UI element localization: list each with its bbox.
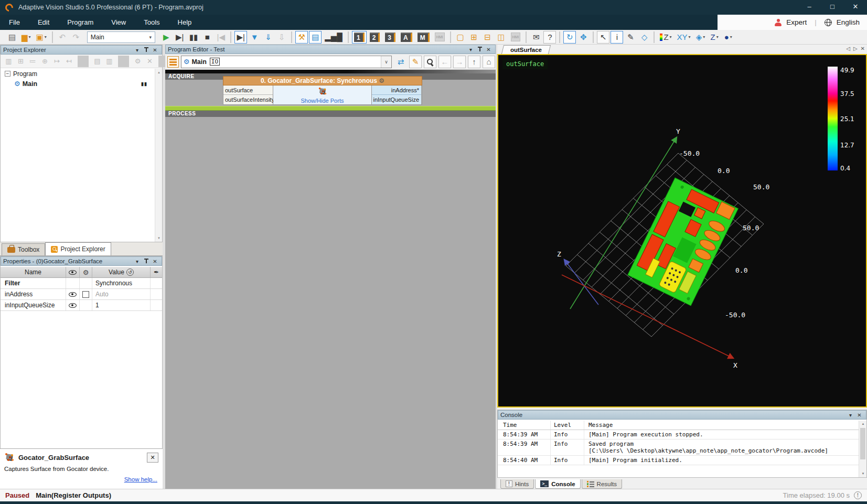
preview-hmi-icon[interactable]: HMI▾ xyxy=(433,31,447,44)
eye-icon[interactable] xyxy=(66,300,80,310)
sep6[interactable]: ▾ xyxy=(526,31,527,43)
connect-mode-icon[interactable]: ⇄ xyxy=(394,56,407,68)
delete-icon[interactable]: ✕ xyxy=(144,56,155,67)
program-canvas[interactable]: ACQUIRE 0. Gocator_GrabSurface: Synchron… xyxy=(165,73,496,489)
statistics-icon[interactable]: ▂▅█▾ xyxy=(323,31,345,44)
console-row[interactable]: 8:54:39 AM Info Saved program [C:\Users\… xyxy=(498,439,859,456)
chevron-down-icon[interactable]: ▾ xyxy=(146,35,155,40)
menu-item[interactable]: View xyxy=(102,15,135,30)
pin-icon[interactable] xyxy=(475,46,484,53)
minimize-button[interactable]: – xyxy=(798,0,821,15)
save-program-icon[interactable]: ▣▾ xyxy=(34,31,49,44)
layout-grid-icon[interactable]: ⊞▾ xyxy=(468,31,480,44)
property-row-ininputqueuesize[interactable]: inInputQueueSize 1 xyxy=(1,300,162,311)
tree-scrollbar[interactable]: ▲ ▼ xyxy=(155,69,162,242)
sep4[interactable]: ▾ xyxy=(348,31,349,43)
language-button[interactable]: English xyxy=(837,18,860,26)
step-out-icon[interactable]: ⇩▾ xyxy=(275,31,288,44)
preview-2-icon[interactable]: 2▾ xyxy=(368,31,382,44)
scroll-down-icon[interactable]: ▼ xyxy=(859,470,867,477)
notification-icon[interactable]: ! xyxy=(854,491,862,499)
rotate-view-icon[interactable]: ↻▾ xyxy=(563,31,576,44)
layout-single-icon[interactable]: ▢▾ xyxy=(454,31,467,44)
close-button[interactable]: ✕ xyxy=(844,0,867,15)
console-scrollbar[interactable]: ▲ ▼ xyxy=(859,421,866,477)
tab-outsurface[interactable]: outSurface xyxy=(501,45,551,54)
layout-rows-icon[interactable]: ⊟▾ xyxy=(481,31,494,44)
layout-columns-icon[interactable]: ◫▾ xyxy=(495,31,508,44)
pan-view-icon[interactable]: ✥▾ xyxy=(577,31,590,44)
add-global-parameter-icon[interactable]: ⊕ xyxy=(39,56,50,67)
add-input-icon[interactable]: ↦ xyxy=(51,56,62,67)
scroll-up-icon[interactable]: ▲ xyxy=(859,421,867,427)
edit-code-icon[interactable]: ✎ xyxy=(409,56,422,68)
property-row-filter[interactable]: Filter Synchronous xyxy=(1,278,162,289)
block-settings-icon[interactable]: ⚙ xyxy=(379,77,384,84)
sep1[interactable]: ▾ xyxy=(52,31,53,43)
port-outsurface[interactable]: outSurface xyxy=(223,85,273,95)
maximize-button[interactable]: □ xyxy=(821,0,844,15)
close-info-button[interactable]: ✕ xyxy=(147,453,158,463)
scroll-thumb[interactable] xyxy=(860,428,865,459)
step-back-icon[interactable]: |◀▾ xyxy=(215,31,227,44)
close-panel-button[interactable]: ✕ xyxy=(484,46,493,53)
home-icon[interactable]: ⌂ xyxy=(483,56,495,68)
help-icon[interactable]: ?▾ xyxy=(543,31,556,44)
tab-toolbox[interactable]: Toolbox xyxy=(2,243,45,255)
collapse-icon[interactable]: − xyxy=(5,71,10,77)
layout-hmi-icon[interactable]: HMI▾ xyxy=(509,31,523,44)
expert-mode-button[interactable]: Expert xyxy=(786,18,807,26)
panel-menu-button[interactable]: ▾ xyxy=(466,46,475,53)
menu-item[interactable]: Program xyxy=(58,15,102,30)
panel-menu-button[interactable]: ▾ xyxy=(133,46,142,53)
sep5[interactable]: ▾ xyxy=(450,31,451,43)
step-over-icon[interactable]: ▼▾ xyxy=(248,31,261,44)
scale-xy-icon[interactable]: XY▾ xyxy=(675,31,693,44)
macrofilter-combo[interactable]: ⚙ Main IO ∨ xyxy=(181,56,392,68)
redo-icon[interactable]: ↷▾ xyxy=(70,31,82,44)
point-size-icon[interactable]: ●▾ xyxy=(722,31,734,44)
undo-icon[interactable]: ↶▾ xyxy=(56,31,69,44)
tab-console[interactable]: >_ Console xyxy=(535,479,580,489)
console-row[interactable]: 8:54:40 AM Info [Main] Program initializ… xyxy=(498,456,859,465)
pick-color-icon[interactable]: ✎▾ xyxy=(624,31,637,44)
close-preview-button[interactable]: ✕ xyxy=(861,46,865,51)
add-formula-icon[interactable]: ≔ xyxy=(27,56,38,67)
tab-hints[interactable]: ! Hints xyxy=(500,479,534,489)
sep8[interactable]: ▾ xyxy=(593,31,594,43)
console-log[interactable]: Time Level Message 8:54:39 AM Info [Main… xyxy=(498,421,859,477)
menu-item[interactable]: Edit xyxy=(29,15,58,30)
preview-3-icon[interactable]: 3▾ xyxy=(383,31,398,44)
view-cube-icon[interactable]: ◈▾ xyxy=(694,31,708,44)
add-macrofilter-icon[interactable]: ⊞ xyxy=(15,56,26,67)
tab-prev-icon[interactable]: ◁ xyxy=(846,46,850,51)
pause-icon[interactable]: ▮▮▾ xyxy=(187,31,200,44)
info-mode-icon[interactable]: i▾ xyxy=(611,31,623,44)
port-inaddress[interactable]: inAddress* xyxy=(372,85,421,95)
tab-results[interactable]: Results xyxy=(582,479,622,489)
wrench-settings-icon[interactable]: ⚒▾ xyxy=(295,31,308,44)
preview-m-icon[interactable]: M▾ xyxy=(415,31,432,44)
panel-menu-button[interactable]: ▾ xyxy=(133,258,142,265)
preview-1-icon[interactable]: 1▾ xyxy=(352,31,367,44)
stop-icon[interactable]: ■▾ xyxy=(201,31,213,44)
run-target-combo[interactable]: Main ▾ xyxy=(87,31,155,43)
sep2[interactable]: ▾ xyxy=(230,31,231,43)
menu-item[interactable]: Help xyxy=(169,15,201,30)
filter-block-gocator-grabsurface[interactable]: 0. Gocator_GrabSurface: Synchronous ⚙ ou… xyxy=(223,76,422,105)
console-row[interactable]: 8:54:39 AM Info [Main] Program execution… xyxy=(498,430,859,439)
surface-3d-view[interactable]: Y -50.0 0.0 50.0 50.0 0.0 -50.0 Z X outS… xyxy=(497,54,867,408)
export-module-icon[interactable]: ▥ xyxy=(104,56,115,67)
scroll-down-icon[interactable]: ▼ xyxy=(155,234,163,242)
macrofilter-list-icon[interactable] xyxy=(167,56,179,68)
port-outsurfaceintensity[interactable]: outSurfaceIntensity? xyxy=(223,95,273,104)
new-program-icon[interactable]: ▤▾ xyxy=(6,31,18,44)
tab-project-explorer[interactable]: Project Explorer xyxy=(45,242,111,255)
iterate-current-icon[interactable]: ▶|▾ xyxy=(234,31,247,44)
checkbox[interactable] xyxy=(82,291,89,298)
close-panel-button[interactable]: ✕ xyxy=(855,411,864,419)
show-hide-ports-link[interactable]: Show/Hide Ports xyxy=(273,98,371,104)
tab-next-icon[interactable]: ▷ xyxy=(853,46,858,51)
nav-forward-icon[interactable]: → xyxy=(453,56,466,68)
sep1[interactable] xyxy=(78,56,89,67)
